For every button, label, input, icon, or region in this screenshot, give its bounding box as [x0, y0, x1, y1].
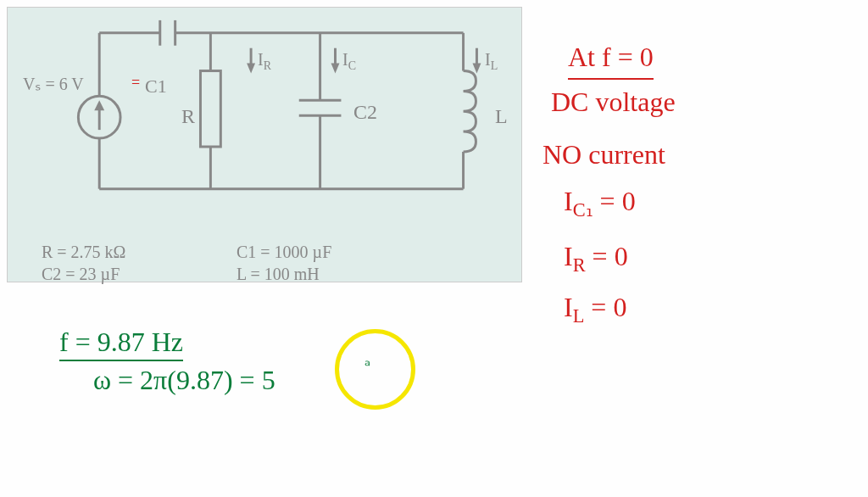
note-no-current: NO current [542, 136, 665, 174]
note-il: IL = 0 [564, 288, 626, 330]
ic-label-sub: C [348, 59, 356, 72]
note-ic1: IC₁ = 0 [564, 182, 636, 224]
note-ir-sub: R [573, 254, 586, 276]
note-il-sub: L [573, 305, 585, 327]
note-ir-post: = 0 [586, 241, 628, 271]
note-ic1-post: = 0 [593, 186, 636, 216]
param-c1: C1 = 1000 µF [236, 241, 331, 263]
svg-marker-16 [247, 64, 255, 74]
svg-marker-11 [94, 100, 104, 110]
il-label-sub: L [491, 59, 498, 72]
note-ir-pre: I [564, 241, 573, 271]
ic-label-text: I [342, 50, 348, 69]
ir-label-text: I [258, 50, 264, 69]
params-col1: R = 2.75 kΩ C2 = 23 µF [42, 241, 125, 285]
note-ic1-pre: I [564, 186, 573, 216]
note-at-f0: At f = 0 [568, 38, 654, 80]
param-l: L = 100 mH [236, 263, 331, 285]
c1-annotation: = [131, 74, 140, 92]
vs-label: Vₛ = 6 V [23, 74, 84, 94]
note-freq: f = 9.87 Hz [59, 327, 183, 361]
note-freq-text: f = 9.87 Hz [59, 327, 183, 361]
param-c2: C2 = 23 µF [42, 263, 125, 285]
ir-label-sub: R [264, 59, 271, 72]
note-ic1-sub: C₁ [573, 199, 593, 221]
note-dc-voltage: DC voltage [551, 83, 676, 121]
il-label: IL [485, 50, 498, 73]
params-col2: C1 = 1000 µF L = 100 mH [236, 241, 331, 285]
note-il-pre: I [564, 292, 573, 322]
circuit-diagram-panel: Vₛ = 6 V C1 = IR IC IL R C2 L R = 2.75 k… [7, 7, 522, 282]
l-label: L [495, 105, 508, 128]
note-ir: IR = 0 [564, 237, 628, 279]
r-label: R [181, 105, 195, 128]
note-omega: ω = 2π(9.87) = 5 [93, 365, 275, 396]
svg-rect-13 [200, 71, 220, 147]
c2-label: C2 [353, 101, 377, 124]
svg-marker-24 [472, 64, 481, 74]
highlight-circle [335, 329, 415, 410]
ic-label: IC [342, 50, 356, 73]
param-r: R = 2.75 kΩ [42, 241, 125, 263]
c1-label: C1 [145, 75, 167, 98]
il-label-text: I [485, 50, 491, 69]
note-at-f0-text: At f = 0 [568, 38, 654, 80]
ir-label: IR [258, 50, 271, 73]
svg-marker-22 [331, 64, 340, 74]
note-il-post: = 0 [584, 292, 626, 322]
